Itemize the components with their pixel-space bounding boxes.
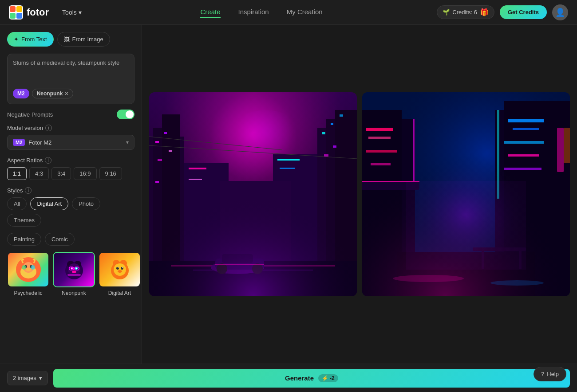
aspect-ratios-text: Aspect Ratios xyxy=(7,157,43,164)
svg-point-31 xyxy=(121,267,123,270)
style-photo[interactable]: Photo xyxy=(72,197,100,210)
model-version-label: Model version i xyxy=(7,125,134,131)
style-digital-art[interactable]: Digital Art xyxy=(30,197,68,210)
digitalart-thumb-img xyxy=(99,252,141,287)
nav-my-creation[interactable]: My Creation xyxy=(287,6,323,18)
main-nav: Create Inspiration My Creation xyxy=(86,6,437,18)
help-button[interactable]: ? Help xyxy=(534,367,566,381)
model-info-icon[interactable]: i xyxy=(45,125,52,131)
from-text-tab[interactable]: ✦ From Text xyxy=(7,32,54,47)
styles-info-icon[interactable]: i xyxy=(25,187,32,194)
fotor-logo-icon xyxy=(9,5,23,20)
model-badge: M2 xyxy=(13,139,25,146)
header: fotor Tools ▾ Create Inspiration My Crea… xyxy=(0,0,577,25)
leaf-icon: 🌱 xyxy=(443,9,450,16)
images-label: 2 images xyxy=(13,375,36,381)
svg-point-10 xyxy=(26,268,31,271)
style-comic[interactable]: Comic xyxy=(45,233,75,246)
neonpunk-bear-svg xyxy=(61,256,87,283)
svg-rect-20 xyxy=(67,274,81,276)
m2-tag-label: M2 xyxy=(17,90,25,97)
logo-text: fotor xyxy=(27,7,49,18)
scene-2-svg xyxy=(362,92,570,296)
credit-cost: -2 xyxy=(330,375,335,381)
negative-prompts-toggle[interactable] xyxy=(117,110,134,119)
svg-rect-4 xyxy=(16,13,22,19)
ratio-1-1[interactable]: 1:1 xyxy=(7,167,27,180)
generated-image-1[interactable] xyxy=(149,92,357,296)
credit-cost-badge: ⚡ -2 xyxy=(318,374,338,382)
digitalart-label: Digital Art xyxy=(108,290,131,296)
model-name: Fotor M2 xyxy=(28,139,51,146)
style-thumb-digitalart[interactable]: Digital Art xyxy=(99,252,141,296)
svg-point-11 xyxy=(22,265,26,270)
generate-label: Generate xyxy=(285,374,314,382)
neonpunk-tag-close[interactable]: ✕ xyxy=(64,91,68,97)
question-icon: ? xyxy=(541,371,544,377)
svg-point-32 xyxy=(118,270,122,273)
images-select[interactable]: 2 images ▾ xyxy=(7,371,48,385)
neonpunk-tag[interactable]: Neonpunk ✕ xyxy=(32,89,74,98)
style-themes[interactable]: Themes xyxy=(7,214,41,227)
gift-icon: 🎁 xyxy=(480,8,489,16)
aspect-ratios-info-icon[interactable]: i xyxy=(45,157,51,164)
svg-rect-70 xyxy=(149,92,357,296)
psychedelic-dog-svg xyxy=(15,256,42,283)
from-text-label: From Text xyxy=(21,36,47,43)
neonpunk-tag-label: Neonpunk xyxy=(37,90,63,97)
neonpunk-preview xyxy=(54,253,94,286)
model-chevron-icon: ▾ xyxy=(126,139,129,145)
style-thumb-psychedelic[interactable]: Psychedelic xyxy=(7,252,49,296)
scene-2-bg xyxy=(362,92,570,296)
nav-create[interactable]: Create xyxy=(200,6,220,18)
svg-rect-100 xyxy=(406,181,526,270)
svg-point-21 xyxy=(71,268,72,269)
chevron-down-icon: ▾ xyxy=(39,375,42,381)
sidebar: ✦ From Text 🖼 From Image M2 Neonpunk ✕ xyxy=(0,25,142,364)
m2-tag[interactable]: M2 xyxy=(13,89,29,98)
credits-button[interactable]: 🌱 Credits: 6 🎁 xyxy=(437,5,494,19)
lightning-icon: ⚡ xyxy=(322,375,328,381)
avatar[interactable]: 👤 xyxy=(552,4,568,20)
model-select[interactable]: M2 Fotor M2 ▾ xyxy=(7,135,134,150)
svg-point-30 xyxy=(116,267,119,270)
ratio-9-16[interactable]: 9:16 xyxy=(99,167,122,180)
style-painting[interactable]: Painting xyxy=(7,233,41,246)
svg-point-98 xyxy=(393,275,464,282)
svg-rect-3 xyxy=(10,13,16,19)
svg-rect-1 xyxy=(10,6,16,12)
generated-image-2[interactable] xyxy=(362,92,570,296)
nav-inspiration[interactable]: Inspiration xyxy=(238,6,269,18)
model-version-text: Model version xyxy=(7,125,43,131)
user-icon: 👤 xyxy=(555,8,565,17)
header-right: 🌱 Credits: 6 🎁 Get Credits 👤 xyxy=(437,4,568,20)
styles-text: Styles xyxy=(7,187,23,194)
neonpunk-label: Neonpunk xyxy=(62,290,86,296)
negative-prompts-row: Negative Prompts xyxy=(7,110,134,119)
styles-label: Styles i xyxy=(7,187,134,194)
style-all[interactable]: All xyxy=(7,197,27,210)
chevron-down-icon: ▾ xyxy=(79,9,82,16)
neonpunk-thumb-img xyxy=(53,252,95,287)
content-area xyxy=(142,25,577,364)
prompt-input[interactable] xyxy=(13,59,129,84)
style-thumb-neonpunk[interactable]: Neonpunk xyxy=(53,252,95,296)
styles-filter-row-2: Painting Comic xyxy=(7,233,134,246)
from-image-tab[interactable]: 🖼 From Image xyxy=(57,32,110,47)
tab-row: ✦ From Text 🖼 From Image xyxy=(7,32,134,47)
svg-point-12 xyxy=(31,265,35,270)
prompt-tags: M2 Neonpunk ✕ xyxy=(13,89,129,98)
get-credits-button[interactable]: Get Credits xyxy=(500,5,547,19)
negative-prompts-label: Negative Prompts xyxy=(7,111,53,118)
logo[interactable]: fotor xyxy=(9,5,49,20)
ratio-4-3[interactable]: 4:3 xyxy=(29,167,49,180)
psychedelic-preview xyxy=(8,253,48,286)
ratio-16-9[interactable]: 16:9 xyxy=(74,167,96,180)
credits-label: Credits: 6 xyxy=(452,9,477,16)
ratio-3-4[interactable]: 3:4 xyxy=(51,167,71,180)
generate-button[interactable]: Generate ⚡ -2 xyxy=(53,369,570,388)
toggle-knob xyxy=(126,110,134,118)
aspect-ratios-label: Aspect Ratios i xyxy=(7,157,134,164)
tools-button[interactable]: Tools ▾ xyxy=(58,7,86,18)
help-label: Help xyxy=(547,371,559,377)
